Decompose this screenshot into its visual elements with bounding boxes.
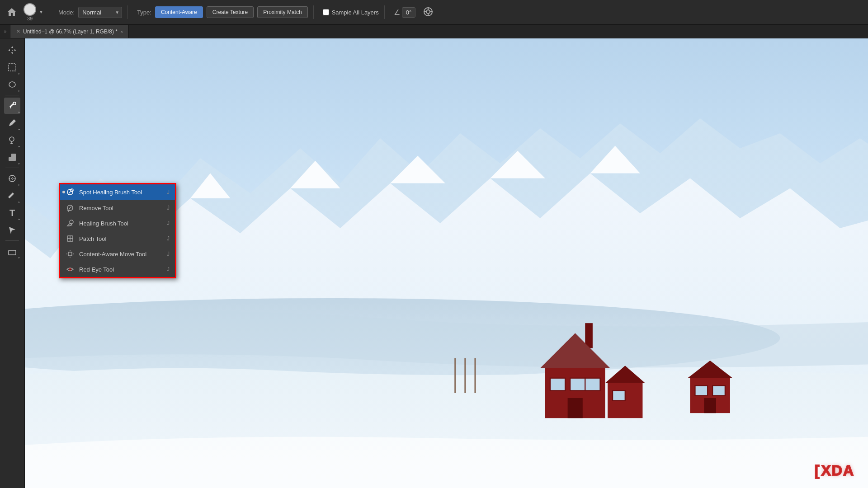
- svg-rect-6: [9, 64, 16, 71]
- svg-point-43: [70, 269, 71, 270]
- lasso-tool[interactable]: [4, 76, 20, 93]
- svg-point-12: [9, 175, 15, 182]
- type-create-texture[interactable]: Create Texture: [207, 6, 254, 18]
- divider-1: [50, 5, 50, 19]
- healing-brush-icon: [66, 219, 75, 228]
- top-toolbar: 39 ▼ Mode: Normal Replace Multiply Scree…: [0, 0, 868, 25]
- canvas-area: Spot Healing Brush Tool J Remove Tool J: [25, 38, 868, 488]
- brush-picker[interactable]: 39: [24, 3, 36, 21]
- type-proximity-match[interactable]: Proximity Match: [257, 6, 307, 18]
- home-button[interactable]: [4, 4, 20, 20]
- remove-tool-shortcut: J: [167, 205, 170, 211]
- document-tab[interactable]: ✕ Untitled–1 @ 66.7% (Layer 1, RGB/8) * …: [11, 25, 129, 38]
- red-eye-tool-shortcut: J: [167, 266, 170, 272]
- spot-healing-icon: [66, 188, 75, 197]
- svg-point-1: [426, 10, 430, 14]
- target-button[interactable]: [423, 6, 434, 19]
- patch-tool-shortcut: J: [167, 235, 170, 242]
- content-aware-move-icon: [66, 249, 75, 258]
- healing-brush-tool-btn[interactable]: [4, 98, 20, 114]
- popup-content-aware-move[interactable]: Content-Aware Move Tool J: [60, 246, 175, 262]
- tab-bar: » ✕ Untitled–1 @ 66.7% (Layer 1, RGB/8) …: [0, 25, 868, 38]
- marquee-tool[interactable]: [4, 59, 20, 75]
- shape-tool[interactable]: [4, 243, 20, 259]
- red-eye-tool-label: Red Eye Tool: [79, 266, 162, 273]
- separator-3: [5, 240, 19, 241]
- left-toolbar: T: [0, 38, 25, 488]
- divider-2: [127, 5, 128, 19]
- popup-red-eye-tool[interactable]: Red Eye Tool J: [60, 262, 175, 277]
- canvas-background: Spot Healing Brush Tool J Remove Tool J: [25, 38, 868, 488]
- type-label: Type:: [137, 9, 151, 16]
- svg-rect-19: [550, 378, 565, 391]
- popup-spot-healing[interactable]: Spot Healing Brush Tool J: [60, 184, 175, 200]
- pen-tool[interactable]: [4, 188, 20, 204]
- svg-point-38: [70, 220, 73, 224]
- healing-brush-label: Healing Brush Tool: [79, 220, 162, 227]
- red-eye-tool-icon: [66, 265, 75, 274]
- tool-popup-menu: Spot Healing Brush Tool J Remove Tool J: [59, 183, 176, 278]
- clone-stamp-tool[interactable]: [4, 132, 20, 148]
- eraser-tool[interactable]: [4, 149, 20, 165]
- svg-point-9: [9, 137, 14, 141]
- content-aware-move-shortcut: J: [167, 251, 170, 257]
- xda-bracket: [: [815, 462, 820, 479]
- angle-icon: ∠: [394, 8, 400, 17]
- spot-healing-label: Spot Healing Brush Tool: [79, 189, 162, 196]
- sample-all-label: Sample All Layers: [332, 9, 379, 16]
- dodge-tool[interactable]: [4, 170, 20, 187]
- tab-pin: ✕: [16, 28, 20, 34]
- svg-point-7: [9, 82, 15, 87]
- patch-tool-icon: [66, 234, 75, 243]
- mode-label: Mode:: [58, 9, 75, 16]
- move-tool[interactable]: [4, 42, 20, 58]
- angle-group: ∠ 0°: [394, 7, 415, 18]
- path-selection-tool[interactable]: [4, 222, 20, 238]
- brush-preview: [24, 3, 36, 16]
- svg-rect-20: [570, 378, 585, 391]
- popup-patch-tool[interactable]: Patch Tool J: [60, 231, 175, 246]
- tab-expand-button[interactable]: »: [0, 25, 11, 38]
- brush-size-group: 39 ▼: [24, 3, 44, 21]
- type-tool-icon: T: [9, 208, 15, 218]
- sample-all-checkbox[interactable]: [323, 9, 329, 15]
- popup-healing-brush[interactable]: Healing Brush Tool J: [60, 216, 175, 231]
- divider-3: [313, 5, 314, 19]
- divider-4: [384, 5, 385, 19]
- svg-rect-26: [613, 390, 625, 400]
- popup-remove-tool[interactable]: Remove Tool J: [60, 200, 175, 216]
- svg-rect-30: [712, 385, 725, 395]
- brush-dropdown-arrow[interactable]: ▼: [38, 4, 44, 20]
- separator-1: [5, 95, 19, 95]
- type-content-aware[interactable]: Content-Aware: [155, 6, 203, 18]
- svg-rect-22: [568, 398, 583, 418]
- svg-rect-21: [585, 378, 600, 391]
- svg-rect-31: [704, 398, 716, 413]
- tab-title: Untitled–1 @ 66.7% (Layer 1, RGB/8) *: [23, 28, 118, 35]
- remove-tool-icon: [66, 203, 75, 212]
- tab-close-button[interactable]: ×: [120, 29, 123, 34]
- xda-logo-text: XDA: [821, 462, 854, 479]
- healing-brush-shortcut: J: [167, 220, 170, 226]
- separator-2: [5, 168, 19, 168]
- svg-rect-11: [11, 154, 16, 158]
- brush-tool[interactable]: [4, 115, 20, 131]
- type-tool[interactable]: T: [4, 205, 20, 221]
- brush-size-label: 39: [27, 16, 33, 21]
- remove-tool-label: Remove Tool: [79, 205, 162, 211]
- svg-rect-29: [695, 385, 708, 395]
- active-indicator: [62, 191, 65, 193]
- content-aware-move-label: Content-Aware Move Tool: [79, 251, 162, 258]
- mode-wrapper: Normal Replace Multiply Screen Darken Li…: [78, 7, 122, 18]
- mode-select[interactable]: Normal Replace Multiply Screen Darken Li…: [78, 7, 122, 18]
- patch-tool-label: Patch Tool: [79, 235, 162, 242]
- spot-healing-shortcut: J: [167, 189, 170, 195]
- sample-all-layers[interactable]: Sample All Layers: [323, 9, 379, 16]
- svg-rect-13: [9, 250, 16, 255]
- angle-value: 0°: [402, 7, 415, 18]
- xda-watermark: [XDA: [815, 462, 854, 479]
